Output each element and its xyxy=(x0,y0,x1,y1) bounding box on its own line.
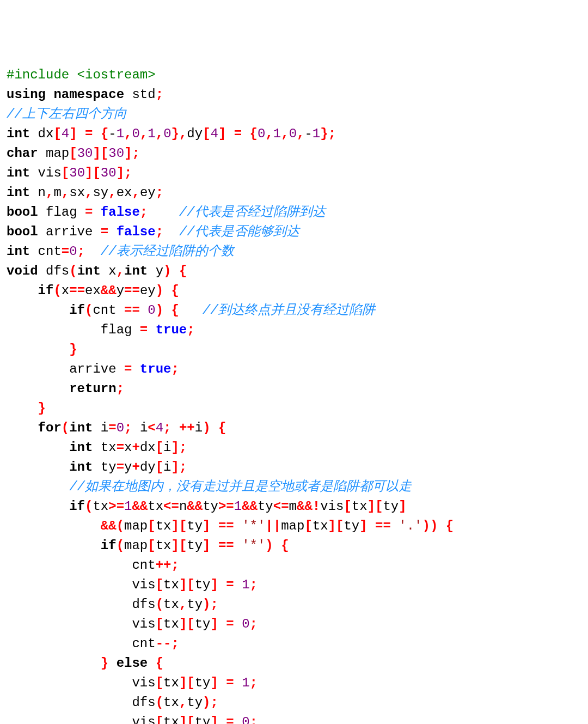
punc-token: && xyxy=(132,499,148,514)
punc-token: ; xyxy=(156,185,163,200)
punc-token: && xyxy=(101,283,117,298)
id-token: cnt xyxy=(93,303,124,318)
id-token: x xyxy=(101,264,117,278)
id-token xyxy=(391,519,399,533)
punc-token: ; xyxy=(124,166,132,180)
punc-token: } xyxy=(69,342,77,357)
type-token: void xyxy=(7,264,38,278)
bkt-token: ][ xyxy=(85,166,101,180)
str-token: '*' xyxy=(242,538,265,553)
punc-token: ; xyxy=(250,577,258,592)
code-line: if(tx>=1&&tx<=n&&ty>=1&&ty<=m&&!vis[tx][… xyxy=(7,497,581,516)
id-token: ex xyxy=(117,185,132,200)
bkt-token: [ xyxy=(156,577,163,592)
type-token: char xyxy=(7,146,38,161)
id-token xyxy=(7,421,38,435)
punc-token: ( xyxy=(69,264,77,278)
id-token xyxy=(7,460,69,474)
code-line: int cnt=0; //表示经过陷阱的个数 xyxy=(7,242,581,261)
id-token: dfs xyxy=(7,695,156,710)
punc-token: { xyxy=(218,421,226,435)
punc-token: , xyxy=(281,126,289,141)
punc-token: = xyxy=(62,244,69,259)
type-token: int xyxy=(77,264,101,278)
num-token: 1 xyxy=(313,126,320,141)
punc-token: ; xyxy=(124,421,132,435)
punc-token: || xyxy=(265,519,281,533)
id-token: tx xyxy=(352,499,367,514)
bkt-token: ] xyxy=(203,519,210,533)
punc-token: == xyxy=(218,519,234,533)
bkt-token: [ xyxy=(69,146,77,161)
id-token: sy xyxy=(93,185,108,200)
punc-token: == xyxy=(124,283,140,298)
punc-token: ; xyxy=(179,460,187,474)
bkt-token: ] xyxy=(359,519,367,533)
punc-token: ; xyxy=(156,224,163,239)
num-token: 0 xyxy=(117,421,124,435)
id-token: vis xyxy=(30,166,62,180)
kwb-token: true xyxy=(156,323,187,337)
code-line: //如果在地图内，没有走过并且是空地或者是陷阱都可以走 xyxy=(7,477,581,497)
punc-token: { xyxy=(250,126,258,141)
num-token: 0 xyxy=(69,244,77,259)
id-token: vis xyxy=(7,577,156,592)
punc-token: , xyxy=(132,185,140,200)
bkt-token: [ xyxy=(62,166,69,180)
id-token: tx xyxy=(163,715,179,724)
punc-token: --; xyxy=(156,636,179,651)
id-token: i xyxy=(163,440,171,455)
punc-token: ; xyxy=(187,323,194,337)
id-token: ty xyxy=(187,519,203,533)
id-token: vis xyxy=(7,715,156,724)
type-token: int xyxy=(69,460,93,474)
num-token: 0 xyxy=(289,126,297,141)
id-token: ty xyxy=(93,460,116,474)
punc-token: < xyxy=(148,421,155,435)
punc-token: }; xyxy=(320,126,336,141)
id-token xyxy=(140,303,148,318)
punc-token: ( xyxy=(85,303,93,318)
kw-token: return xyxy=(69,381,116,396)
num-token: 1 xyxy=(148,126,155,141)
num-token: 1 xyxy=(234,499,242,514)
id-token xyxy=(7,401,38,416)
punc-token: ; xyxy=(179,440,187,455)
punc-token: } xyxy=(101,656,108,671)
punc-token: ); xyxy=(203,597,218,612)
id-token xyxy=(93,126,100,141)
id-token: i xyxy=(93,421,108,435)
punc-token: = xyxy=(226,617,234,631)
id-token: tx xyxy=(163,695,179,710)
id-token: y xyxy=(117,283,124,298)
punc-token: ; xyxy=(77,244,85,259)
punc-token: ) xyxy=(156,283,163,298)
id-token xyxy=(234,715,242,724)
punc-token: = xyxy=(85,126,93,141)
id-token xyxy=(7,283,38,298)
punc-token: , xyxy=(156,126,163,141)
code-line: arrive = true; xyxy=(7,360,581,379)
id-token xyxy=(218,577,226,592)
code-line: vis[tx][ty] = 1; xyxy=(7,673,581,693)
code-line: if(cnt == 0) { //到达终点并且没有经过陷阱 xyxy=(7,301,581,320)
num-token: 30 xyxy=(69,166,85,180)
id-token: ty xyxy=(187,597,203,612)
punc-token: = xyxy=(226,676,234,690)
id-token xyxy=(171,421,179,435)
bkt-token: ][ xyxy=(93,146,108,161)
bkt-token: ] xyxy=(211,715,218,724)
punc-token: { xyxy=(446,519,454,533)
num-token: 0 xyxy=(242,715,249,724)
kw-token: if xyxy=(38,283,54,298)
id-token: vis xyxy=(7,617,156,631)
num-token: 1 xyxy=(242,676,249,690)
bkt-token: ] xyxy=(211,577,218,592)
punc-token: ) xyxy=(163,264,171,278)
id-token xyxy=(171,264,179,278)
punc-token: }, xyxy=(171,126,187,141)
bkt-token: ] xyxy=(124,146,132,161)
punc-token: == xyxy=(375,519,391,533)
bkt-token: ] xyxy=(218,126,226,141)
bkt-token: [ xyxy=(203,126,210,141)
